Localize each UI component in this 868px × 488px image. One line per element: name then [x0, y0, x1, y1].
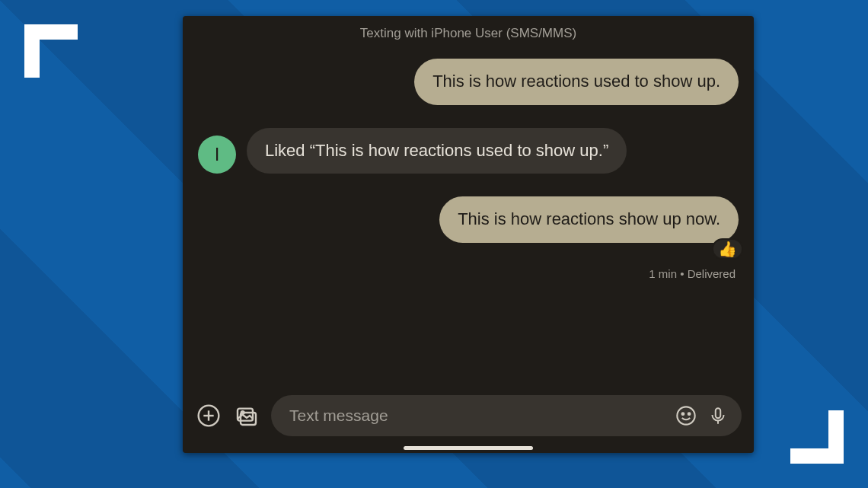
- chat-area[interactable]: This is how reactions used to show up. I…: [183, 51, 754, 386]
- corner-bracket-top-left: [24, 24, 78, 78]
- message-bubble-received[interactable]: Liked “This is how reactions used to sho…: [247, 128, 627, 174]
- compose-field[interactable]: [271, 395, 742, 436]
- voice-button[interactable]: [707, 404, 729, 427]
- message-row-sent[interactable]: This is how reactions used to show up.: [198, 59, 739, 105]
- avatar-initial: I: [215, 144, 220, 165]
- reaction-badge[interactable]: 👍: [712, 238, 743, 260]
- emoji-button[interactable]: [675, 404, 697, 427]
- message-bubble-sent[interactable]: This is how reactions used to show up.: [414, 59, 739, 105]
- corner-bracket-bottom-right: [790, 410, 844, 464]
- compose-bar: [183, 386, 754, 453]
- smiley-icon: [675, 405, 697, 426]
- conversation-header: Texting with iPhone User (SMS/MMS): [183, 16, 754, 51]
- message-input[interactable]: [288, 406, 665, 426]
- message-row-sent[interactable]: This is how reactions show up now. 👍: [198, 196, 739, 243]
- svg-point-8: [688, 413, 691, 415]
- plus-circle-icon: [196, 403, 221, 428]
- gallery-icon: [235, 403, 259, 428]
- thumbs-up-icon: 👍: [718, 241, 737, 257]
- frame-background: Texting with iPhone User (SMS/MMS) This …: [0, 0, 868, 488]
- add-attachment-button[interactable]: [195, 402, 222, 429]
- message-bubble-sent[interactable]: This is how reactions show up now.: [439, 196, 739, 243]
- message-with-reaction[interactable]: This is how reactions show up now. 👍: [439, 196, 739, 243]
- header-title: Texting with iPhone User (SMS/MMS): [360, 26, 576, 41]
- gallery-button[interactable]: [233, 402, 260, 429]
- microphone-icon: [708, 406, 728, 426]
- svg-point-7: [682, 413, 685, 415]
- nav-home-indicator[interactable]: [404, 446, 533, 450]
- messaging-app: Texting with iPhone User (SMS/MMS) This …: [183, 16, 754, 453]
- message-status: 1 min • Delivered: [198, 267, 739, 280]
- svg-rect-9: [716, 408, 721, 418]
- contact-avatar[interactable]: I: [198, 136, 236, 174]
- message-row-received[interactable]: I Liked “This is how reactions used to s…: [198, 128, 739, 174]
- svg-point-6: [677, 407, 694, 424]
